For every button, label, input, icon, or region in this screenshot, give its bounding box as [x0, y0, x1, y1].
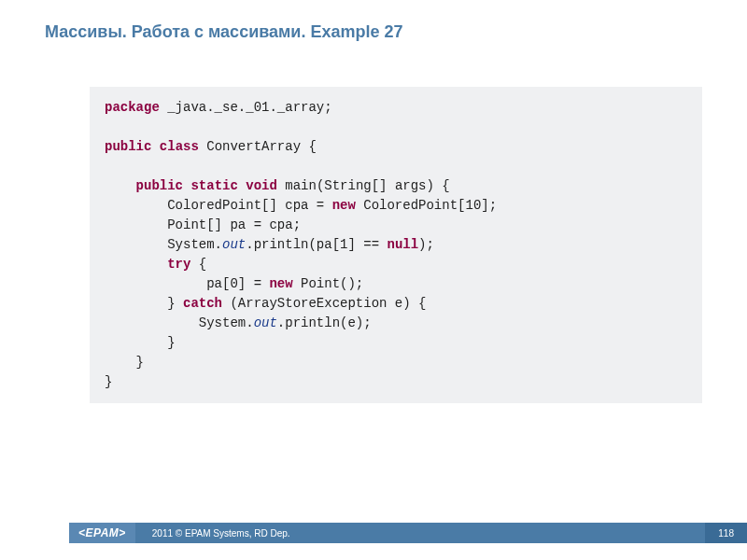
field-out: out [222, 237, 246, 252]
code-text: ConvertArray { [199, 139, 317, 154]
code-text: } [105, 335, 176, 350]
footer-copyright: 2011 © EPAM Systems, RD Dep. [135, 528, 706, 539]
code-text: ColoredPoint[] cpa = [105, 198, 332, 213]
code-text: } [105, 355, 144, 370]
code-text: (ArrayStoreException e) { [222, 296, 426, 311]
code-text: main(String[] args) { [277, 178, 450, 193]
code-text [105, 257, 167, 272]
kw-public: public [105, 139, 151, 154]
code-text: Point(); [293, 276, 364, 291]
kw-class: class [160, 139, 199, 154]
code-text: _java._se._01._array; [160, 100, 332, 115]
kw-try: try [167, 257, 190, 272]
page-number: 118 [705, 523, 747, 543]
kw-new: new [332, 198, 356, 213]
footer: <EPAM> 2011 © EPAM Systems, RD Dep. 118 [0, 523, 747, 543]
kw-public: public [136, 178, 183, 193]
code-text: System. [105, 237, 222, 252]
code-text: Point[] pa = cpa; [105, 217, 301, 232]
code-text: .println(e); [277, 315, 372, 330]
code-text: } [105, 296, 183, 311]
kw-null: null [387, 237, 418, 252]
code-text [105, 178, 136, 193]
kw-new: new [269, 276, 292, 291]
kw-static: static [190, 178, 237, 193]
kw-package: package [105, 100, 160, 115]
footer-gap [0, 523, 69, 543]
code-text: } [105, 374, 112, 389]
code-text: System. [105, 315, 254, 330]
code-text: { [190, 257, 206, 272]
code-text: ColoredPoint[10]; [356, 198, 497, 213]
code-text: ); [418, 237, 434, 252]
code-text: .println(pa[1] == [246, 237, 387, 252]
kw-void: void [246, 178, 277, 193]
field-out: out [254, 315, 277, 330]
slide-title: Массивы. Работа с массивами. Example 27 [0, 0, 747, 42]
kw-catch: catch [183, 296, 222, 311]
code-text: pa[0] = [105, 276, 269, 291]
code-block: package _java._se._01._array; public cla… [90, 87, 702, 403]
logo-epam: <EPAM> [69, 523, 135, 543]
